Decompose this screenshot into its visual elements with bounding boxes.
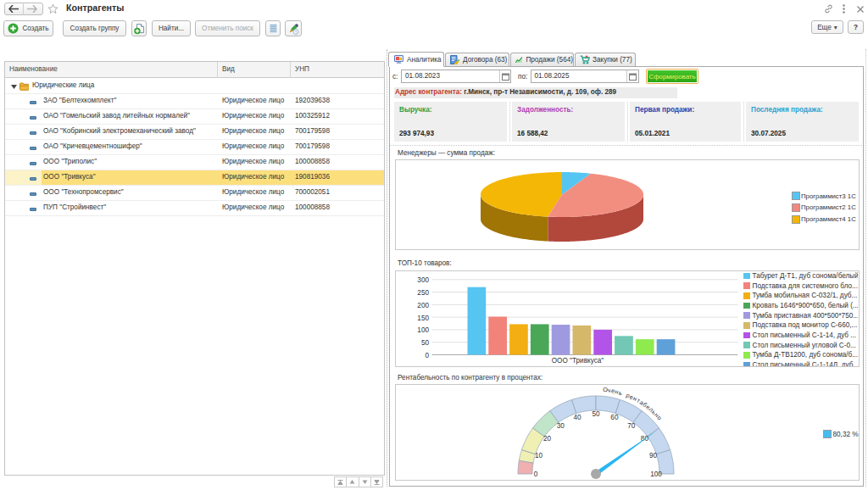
svg-text:50: 50 [592,410,600,418]
svg-text:250: 250 [417,289,429,297]
svg-text:20: 20 [543,435,552,443]
svg-text:200: 200 [417,302,429,309]
svg-text:10: 10 [535,452,543,459]
svg-text:40: 40 [574,414,582,421]
svg-text:0: 0 [534,471,538,478]
svg-text:0: 0 [425,352,429,359]
svg-text:300: 300 [417,276,429,284]
svg-text:100: 100 [417,326,429,334]
svg-text:100: 100 [650,471,662,478]
svg-text:70: 70 [627,422,636,430]
svg-text:60: 60 [610,414,619,421]
svg-text:ООО "Тривкуса": ООО "Тривкуса" [552,357,604,365]
svg-text:50: 50 [421,339,430,347]
svg-text:90: 90 [649,452,658,459]
svg-text:30: 30 [557,422,565,430]
svg-text:150: 150 [417,315,429,322]
